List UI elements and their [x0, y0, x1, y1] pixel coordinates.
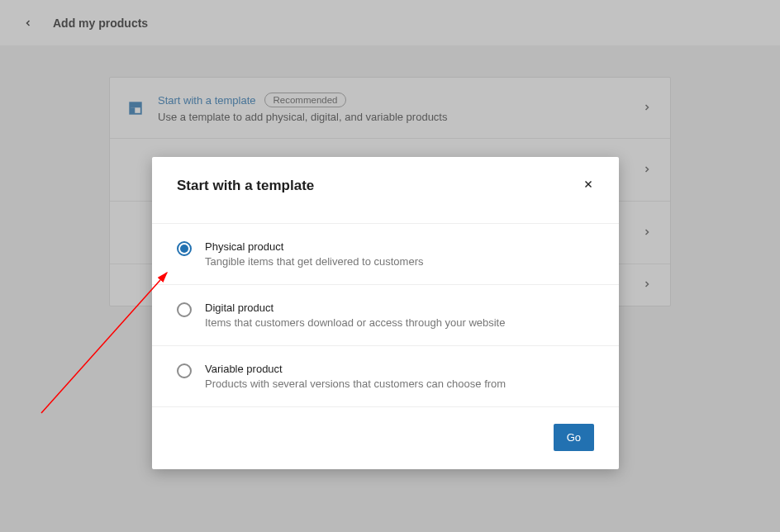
radio-input[interactable]: [177, 302, 192, 317]
chevron-right-icon: [642, 163, 652, 178]
radio-input[interactable]: [177, 363, 192, 378]
radio-label: Digital product: [205, 302, 505, 314]
svg-rect-1: [130, 102, 141, 107]
option-start-template[interactable]: Start with a template Recommended Use a …: [110, 78, 670, 139]
close-icon: [583, 178, 594, 190]
back-button[interactable]: [23, 18, 33, 28]
option-title: Start with a template: [158, 94, 256, 107]
radio-physical-product[interactable]: Physical product Tangible items that get…: [152, 224, 619, 285]
chevron-right-icon: [642, 278, 652, 292]
option-body: Start with a template Recommended Use a …: [158, 93, 642, 123]
modal-footer: Go: [152, 407, 619, 469]
option-description: Use a template to add physical, digital,…: [158, 111, 642, 123]
radio-description: Products with several versions that cust…: [205, 378, 506, 390]
radio-digital-product[interactable]: Digital product Items that customers dow…: [152, 285, 619, 346]
page-title: Add my products: [53, 17, 148, 30]
radio-description: Items that customers download or access …: [205, 316, 505, 329]
radio-variable-product[interactable]: Variable product Products with several v…: [152, 346, 619, 407]
radio-label: Physical product: [205, 240, 423, 253]
layout-icon: [128, 101, 158, 116]
recommended-badge: Recommended: [264, 93, 347, 107]
radio-input[interactable]: [177, 241, 192, 256]
modal-header: Start with a template: [152, 157, 619, 224]
chevron-right-icon: [642, 101, 652, 116]
go-button[interactable]: Go: [554, 424, 594, 451]
page-header: Add my products: [0, 0, 780, 45]
radio-description: Tangible items that get delivered to cus…: [205, 255, 423, 268]
modal-title: Start with a template: [177, 178, 314, 194]
close-button[interactable]: [579, 175, 597, 197]
svg-rect-2: [130, 107, 135, 114]
chevron-right-icon: [642, 226, 652, 240]
radio-label: Variable product: [205, 363, 506, 375]
template-modal: Start with a template Physical product T…: [152, 157, 619, 469]
